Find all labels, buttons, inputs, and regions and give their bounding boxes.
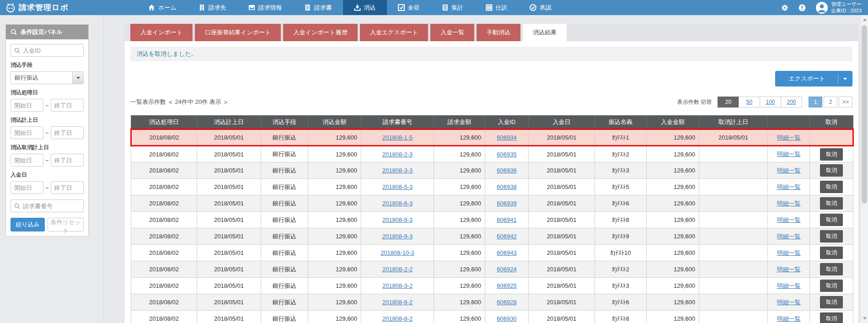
- nav-item-label: 承認: [540, 4, 552, 12]
- payment-id-link[interactable]: 606925: [497, 282, 516, 289]
- nav-item-inbox[interactable]: 請求情報: [237, 0, 293, 15]
- nav-item-home[interactable]: ホーム: [137, 0, 188, 15]
- app-logo[interactable]: 請求管理ロボ: [0, 2, 137, 13]
- invoice-number-link[interactable]: 201808-2-2: [382, 266, 413, 273]
- nav-item-check-circle[interactable]: 承認: [519, 0, 563, 15]
- payment-id-link[interactable]: 606939: [497, 200, 516, 207]
- end-date-input[interactable]: [51, 99, 84, 112]
- page-size-option-100[interactable]: 100: [760, 97, 781, 108]
- invoice-number-link[interactable]: 201808-6-3: [382, 200, 413, 207]
- cancel-button[interactable]: 取消: [820, 296, 843, 308]
- nav-item-building[interactable]: 請求先: [188, 0, 237, 15]
- nav-item-columns[interactable]: 仕訳: [475, 0, 519, 15]
- payment-id-link[interactable]: 606938: [497, 183, 516, 190]
- detail-list-link[interactable]: 明細一覧: [777, 151, 801, 157]
- nav-item-download[interactable]: 消込: [343, 0, 387, 15]
- page-size-option-20[interactable]: 20: [718, 97, 739, 108]
- cancel-button[interactable]: 取消: [820, 197, 843, 210]
- payment-id-link[interactable]: 606928: [497, 299, 516, 306]
- detail-list-link[interactable]: 明細一覧: [777, 200, 801, 207]
- invoice-no-input[interactable]: [23, 203, 80, 210]
- detail-list-link[interactable]: 明細一覧: [777, 282, 801, 289]
- payment-id-link[interactable]: 606943: [497, 249, 516, 256]
- cell-payment_date: 2018/05/01: [529, 212, 595, 228]
- nav-item-checkbox[interactable]: 未収: [387, 0, 431, 15]
- payment-id-input[interactable]: [23, 47, 80, 54]
- end-date-input[interactable]: [51, 126, 84, 139]
- tab-3[interactable]: 入金インポート履歴: [283, 24, 357, 41]
- start-date-input[interactable]: [11, 126, 43, 139]
- page-size-option-200[interactable]: 200: [781, 97, 802, 108]
- tab-5[interactable]: 入金一覧: [430, 24, 474, 41]
- payment-id-link[interactable]: 606942: [497, 233, 516, 240]
- end-date-input[interactable]: [51, 154, 84, 167]
- detail-list-link[interactable]: 明細一覧: [777, 233, 801, 240]
- next-page-arrow[interactable]: >: [224, 99, 228, 106]
- nav-item-calculator[interactable]: 集計: [431, 0, 475, 15]
- start-date-input[interactable]: [11, 99, 43, 112]
- user-menu[interactable]: 管理ユーザー 企業ID : 2023: [816, 1, 862, 14]
- start-date-input[interactable]: [11, 181, 43, 194]
- check-circle-icon: [530, 4, 536, 11]
- payment-id-link[interactable]: 606941: [497, 216, 516, 223]
- nav-item-document[interactable]: 請求書: [293, 0, 343, 15]
- export-button[interactable]: エクスポート: [775, 71, 852, 86]
- prev-page-arrow[interactable]: <: [169, 99, 172, 106]
- detail-list-link[interactable]: 明細一覧: [777, 249, 801, 256]
- cancel-button[interactable]: 取消: [820, 230, 843, 242]
- pagination-item-1[interactable]: 1: [809, 97, 822, 108]
- invoice-number-link[interactable]: 201808-3-2: [382, 282, 413, 289]
- cancel-button[interactable]: 取消: [820, 148, 843, 161]
- end-date-input[interactable]: [51, 181, 84, 194]
- pagination-item->>[interactable]: >>: [839, 97, 852, 108]
- pagination-item-2[interactable]: 2: [824, 97, 837, 108]
- tab-6[interactable]: 手動消込: [477, 24, 520, 41]
- cancel-button[interactable]: 取消: [820, 214, 843, 226]
- cell-payment_date: 2018/05/01: [529, 278, 595, 294]
- start-date-input[interactable]: [11, 154, 43, 167]
- detail-list-link[interactable]: 明細一覧: [777, 183, 801, 190]
- cell-invoice_no: 201808-3-3: [361, 162, 434, 179]
- cancel-button[interactable]: 取消: [820, 164, 843, 177]
- detail-list-link[interactable]: 明細一覧: [777, 299, 801, 306]
- payment-id-link[interactable]: 606936: [497, 167, 516, 174]
- detail-list-link[interactable]: 明細一覧: [777, 167, 801, 174]
- tab-1[interactable]: 入金インポート: [130, 24, 193, 41]
- cancel-button[interactable]: 取消: [820, 280, 843, 292]
- method-select[interactable]: 銀行振込: [11, 71, 84, 84]
- detail-list-link[interactable]: 明細一覧: [777, 315, 801, 322]
- cell-amount: 129,600: [308, 294, 361, 311]
- invoice-number-link[interactable]: 201808-8-3: [382, 216, 413, 223]
- invoice-number-link[interactable]: 201808-9-3: [382, 233, 413, 240]
- invoice-number-link[interactable]: 201808-5-3: [382, 183, 413, 190]
- payment-id-link[interactable]: 606934: [497, 134, 516, 141]
- invoice-number-link[interactable]: 201808-2-3: [382, 151, 413, 158]
- detail-list-link[interactable]: 明細一覧: [777, 134, 801, 141]
- gear-icon[interactable]: [781, 4, 788, 11]
- invoice-number-link[interactable]: 201808-10-3: [380, 249, 414, 256]
- invoice-number-link[interactable]: 201808-6-2: [382, 299, 413, 306]
- cancel-button[interactable]: 取消: [820, 263, 843, 275]
- page-size-option-50[interactable]: 50: [739, 97, 760, 108]
- invoice-number-link[interactable]: 201808-3-3: [382, 167, 413, 174]
- tab-bar: 入金インポート口座振替結果インポート入金インポート履歴入金エクスポート入金一覧手…: [124, 24, 858, 41]
- info-icon[interactable]: [798, 4, 806, 11]
- vertical-scrollbar[interactable]: [860, 15, 868, 323]
- reset-conditions-button[interactable]: 条件リセット: [48, 218, 84, 231]
- invoice-number-link[interactable]: 201808-1-5: [382, 134, 413, 141]
- tab-2[interactable]: 口座振替結果インポート: [195, 24, 281, 41]
- table-row: 2018/08/022018/05/01銀行振込129,600201808-6-…: [131, 294, 853, 311]
- tab-4[interactable]: 入金エクスポート: [360, 24, 429, 41]
- payment-id-link[interactable]: 606935: [497, 151, 516, 158]
- detail-list-link[interactable]: 明細一覧: [777, 216, 801, 223]
- payment-id-link[interactable]: 606924: [497, 266, 516, 273]
- cancel-button[interactable]: 取消: [820, 181, 843, 193]
- cancel-button[interactable]: 取消: [820, 312, 843, 323]
- filter-button[interactable]: 絞り込み: [11, 218, 45, 231]
- payment-id-link[interactable]: 606930: [497, 315, 516, 322]
- invoice-number-link[interactable]: 201808-8-2: [382, 315, 413, 322]
- cancel-button[interactable]: 取消: [820, 247, 843, 259]
- tab-7[interactable]: 消込結果: [523, 24, 567, 41]
- detail-list-link[interactable]: 明細一覧: [777, 266, 801, 273]
- cell-method: 銀行振込: [261, 294, 308, 311]
